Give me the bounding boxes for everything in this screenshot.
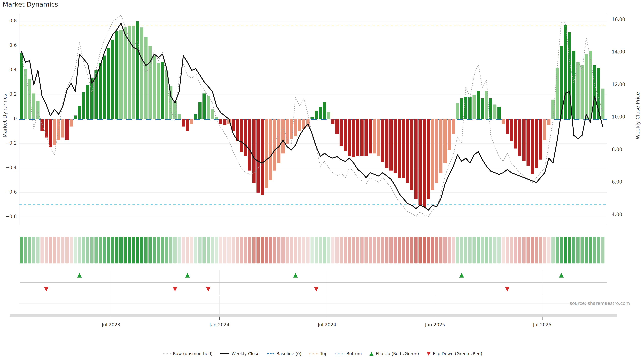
y-tick-label: 0 bbox=[1, 116, 17, 121]
dynamics-bar bbox=[240, 119, 243, 152]
y-tick-label: 16.00 bbox=[612, 17, 625, 22]
dynamics-bar bbox=[269, 119, 272, 180]
dynamics-bar bbox=[340, 119, 343, 146]
heatmap-cell bbox=[157, 237, 160, 264]
heatmap-cell bbox=[260, 237, 264, 264]
heatmap-cell bbox=[53, 237, 56, 264]
dynamics-bar bbox=[319, 107, 322, 119]
dynamics-bar bbox=[157, 63, 160, 119]
dynamics-bar bbox=[103, 55, 106, 119]
heatmap-cell bbox=[460, 237, 463, 264]
heatmap-strip bbox=[20, 237, 604, 264]
heatmap-cell bbox=[294, 237, 297, 264]
heatmap-cell bbox=[248, 237, 252, 264]
heatmap-cell bbox=[70, 237, 73, 264]
dynamics-bar bbox=[331, 119, 334, 124]
dynamics-bar bbox=[144, 37, 148, 119]
legend-item-raw: Raw (unsmoothed) bbox=[162, 351, 213, 356]
heatmap-cell bbox=[57, 237, 60, 264]
heatmap-cell bbox=[364, 237, 368, 264]
dynamics-bar bbox=[336, 119, 338, 134]
legend-label: Raw (unsmoothed) bbox=[173, 351, 213, 356]
dynamics-bar bbox=[589, 51, 592, 119]
dynamics-bar bbox=[20, 53, 23, 119]
heatmap-cell bbox=[589, 237, 592, 264]
heatmap-cell bbox=[223, 237, 226, 264]
dynamics-bar bbox=[390, 119, 392, 171]
heatmap-cell bbox=[489, 237, 492, 264]
legend-item-weekly-close: Weekly Close bbox=[220, 351, 260, 356]
heatmap-cell bbox=[206, 237, 210, 264]
y-tick-label: −0.4 bbox=[1, 165, 17, 170]
dynamics-bar bbox=[314, 111, 318, 119]
heatmap-cell bbox=[580, 237, 584, 264]
dynamics-bar bbox=[360, 119, 364, 156]
dynamics-bar bbox=[410, 119, 414, 190]
heatmap-cell bbox=[552, 237, 554, 264]
dynamics-bar bbox=[402, 119, 405, 178]
dynamics-bar bbox=[422, 119, 426, 207]
dynamics-bar bbox=[286, 119, 289, 144]
dynamics-bar bbox=[323, 102, 326, 119]
chart-canvas bbox=[0, 0, 644, 362]
heatmap-cell bbox=[593, 237, 596, 264]
heatmap-cell bbox=[182, 237, 185, 264]
heatmap-cell bbox=[244, 237, 247, 264]
dynamics-bar bbox=[265, 119, 268, 188]
heatmap-cell bbox=[28, 237, 31, 264]
dynamics-bar bbox=[535, 119, 538, 168]
dynamics-bar bbox=[406, 119, 409, 183]
legend-label: Baseline (0) bbox=[276, 351, 301, 356]
dynamics-bar bbox=[161, 62, 164, 119]
dynamics-bar bbox=[310, 117, 314, 119]
flip-up-marker-icon bbox=[185, 273, 190, 278]
dynamics-bar bbox=[327, 112, 330, 119]
dynamics-bar bbox=[178, 114, 181, 119]
heatmap-cell bbox=[493, 237, 496, 264]
dynamics-bar bbox=[282, 119, 284, 153]
heatmap-cell bbox=[20, 237, 23, 264]
dynamics-bar bbox=[522, 119, 526, 161]
x-tick-label: Jan 2024 bbox=[201, 323, 238, 327]
y-tick-label: 0.8 bbox=[1, 18, 17, 23]
y-tick-label: 10.00 bbox=[612, 115, 625, 119]
legend-label: Flip Up (Red→Green) bbox=[376, 351, 419, 356]
heatmap-cell bbox=[356, 237, 360, 264]
dynamics-bar bbox=[248, 119, 252, 171]
flip-up-triangle-icon bbox=[370, 352, 374, 356]
heatmap-cell bbox=[252, 237, 256, 264]
legend-item-top: Top bbox=[309, 351, 327, 356]
heatmap-cell bbox=[360, 237, 364, 264]
heatmap-cell bbox=[597, 237, 600, 264]
heatmap-cell bbox=[302, 237, 306, 264]
heatmap-cell bbox=[32, 237, 36, 264]
heatmap-cell bbox=[535, 237, 538, 264]
heatmap-cell bbox=[198, 237, 202, 264]
source-credit: source: sharemaestro.com bbox=[570, 301, 630, 306]
heatmap-cell bbox=[314, 237, 318, 264]
dynamics-bar bbox=[493, 104, 496, 119]
heatmap-cell bbox=[256, 237, 260, 264]
dynamics-bar bbox=[547, 119, 550, 125]
right-axis-title: Weekly Close Price bbox=[635, 92, 641, 139]
flip-up-marker-icon bbox=[77, 273, 82, 278]
heatmap-cell bbox=[572, 237, 576, 264]
heatmap-cell bbox=[148, 237, 152, 264]
heatmap-cell bbox=[422, 237, 426, 264]
heatmap-cell bbox=[377, 237, 380, 264]
dynamics-bar bbox=[510, 119, 513, 141]
x-tick-label: Jan 2025 bbox=[416, 323, 454, 327]
heatmap-cell bbox=[78, 237, 81, 264]
heatmap-cell bbox=[472, 237, 476, 264]
dynamics-bar bbox=[86, 85, 90, 119]
heatmap-cell bbox=[385, 237, 388, 264]
y-tick-label: 0.4 bbox=[1, 67, 17, 72]
dynamics-bar bbox=[152, 55, 156, 119]
heatmap-cell bbox=[498, 237, 500, 264]
heatmap-cell bbox=[576, 237, 580, 264]
dynamics-bar bbox=[70, 119, 73, 126]
heatmap-cell bbox=[456, 237, 459, 264]
heatmap-cell bbox=[323, 237, 326, 264]
heatmap-cell bbox=[344, 237, 347, 264]
heatmap-cell bbox=[522, 237, 526, 264]
